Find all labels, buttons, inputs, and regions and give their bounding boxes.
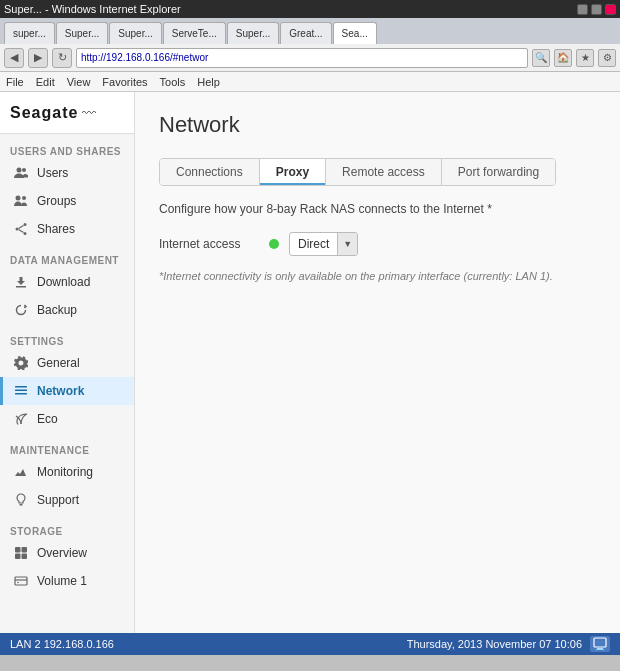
address-text: http://192.168.0.166/#networ bbox=[81, 52, 523, 63]
home-icon[interactable]: 🏠 bbox=[554, 49, 572, 67]
sidebar-item-shares[interactable]: Shares bbox=[0, 215, 134, 243]
nav-bar: ◀ ▶ ↻ http://192.168.0.166/#networ 🔍 🏠 ★… bbox=[0, 44, 620, 72]
app-container: Seagate 〰 USERS AND SHARES Users Groups … bbox=[0, 92, 620, 633]
network-tabs: Connections Proxy Remote access Port for… bbox=[159, 158, 556, 186]
browser-tab-1[interactable]: Super... bbox=[56, 22, 108, 44]
download-icon bbox=[13, 274, 29, 290]
svg-rect-22 bbox=[597, 648, 603, 649]
svg-line-8 bbox=[19, 230, 24, 233]
sidebar-label-backup: Backup bbox=[37, 303, 77, 317]
network-icon bbox=[13, 383, 29, 399]
logo-text: Seagate bbox=[10, 104, 78, 122]
sidebar-item-general[interactable]: General bbox=[0, 349, 134, 377]
svg-rect-9 bbox=[16, 286, 26, 288]
internet-access-row: Internet access Direct ▼ bbox=[159, 232, 596, 256]
browser-tab-4[interactable]: Super... bbox=[227, 22, 279, 44]
svg-rect-13 bbox=[20, 504, 23, 506]
svg-point-3 bbox=[22, 196, 26, 200]
volume1-icon bbox=[13, 573, 29, 589]
svg-rect-16 bbox=[15, 554, 21, 560]
sidebar-label-support: Support bbox=[37, 493, 79, 507]
status-left: LAN 2 192.168.0.166 bbox=[10, 638, 114, 650]
tab-port-forwarding[interactable]: Port forwarding bbox=[442, 159, 555, 185]
forward-button[interactable]: ▶ bbox=[28, 48, 48, 68]
internet-access-select[interactable]: Direct ▼ bbox=[289, 232, 358, 256]
tools-icon[interactable]: ⚙ bbox=[598, 49, 616, 67]
proxy-description: Configure how your 8-bay Rack NAS connec… bbox=[159, 202, 596, 216]
select-value: Direct bbox=[290, 237, 337, 251]
monitoring-icon bbox=[13, 464, 29, 480]
browser-tabs: super... Super... Super... ServeTe... Su… bbox=[0, 18, 620, 44]
status-dot-connected bbox=[269, 239, 279, 249]
internet-access-label: Internet access bbox=[159, 237, 259, 251]
sidebar-label-overview: Overview bbox=[37, 546, 87, 560]
svg-point-20 bbox=[17, 582, 19, 584]
tab-proxy[interactable]: Proxy bbox=[260, 159, 326, 185]
menu-help[interactable]: Help bbox=[197, 76, 220, 88]
backup-icon bbox=[13, 302, 29, 318]
sidebar-logo: Seagate 〰 bbox=[0, 92, 134, 134]
sidebar-label-eco: Eco bbox=[37, 412, 58, 426]
favorites-icon[interactable]: ★ bbox=[576, 49, 594, 67]
sidebar-item-overview[interactable]: Overview bbox=[0, 539, 134, 567]
sidebar-label-shares: Shares bbox=[37, 222, 75, 236]
svg-rect-17 bbox=[22, 554, 28, 560]
main-content: Network Connections Proxy Remote access … bbox=[135, 92, 620, 633]
groups-icon bbox=[13, 193, 29, 209]
browser-tab-0[interactable]: super... bbox=[4, 22, 55, 44]
sidebar-item-groups[interactable]: Groups bbox=[0, 187, 134, 215]
sidebar-label-users: Users bbox=[37, 166, 68, 180]
refresh-button[interactable]: ↻ bbox=[52, 48, 72, 68]
browser-tab-6[interactable]: Sea... bbox=[333, 22, 377, 44]
menu-favorites[interactable]: Favorites bbox=[102, 76, 147, 88]
browser-chrome: Super... - Windows Internet Explorer sup… bbox=[0, 0, 620, 92]
sidebar-item-support[interactable]: Support bbox=[0, 486, 134, 514]
sidebar-label-general: General bbox=[37, 356, 80, 370]
svg-point-2 bbox=[16, 196, 21, 201]
sidebar-label-monitoring: Monitoring bbox=[37, 465, 93, 479]
browser-tab-3[interactable]: ServeTe... bbox=[163, 22, 226, 44]
sidebar-item-volume1[interactable]: Volume 1 bbox=[0, 567, 134, 595]
browser-tab-5[interactable]: Great... bbox=[280, 22, 331, 44]
browser-tab-2[interactable]: Super... bbox=[109, 22, 161, 44]
select-arrow-icon: ▼ bbox=[337, 233, 357, 255]
menu-edit[interactable]: Edit bbox=[36, 76, 55, 88]
svg-rect-15 bbox=[22, 547, 28, 553]
close-button[interactable] bbox=[605, 4, 616, 15]
address-bar[interactable]: http://192.168.0.166/#networ bbox=[76, 48, 528, 68]
section-data-management: DATA MANAGEMENT bbox=[0, 247, 134, 268]
svg-rect-23 bbox=[596, 649, 604, 650]
support-icon bbox=[13, 492, 29, 508]
tab-remote-access[interactable]: Remote access bbox=[326, 159, 442, 185]
sidebar-item-users[interactable]: Users bbox=[0, 159, 134, 187]
back-button[interactable]: ◀ bbox=[4, 48, 24, 68]
shares-icon bbox=[13, 221, 29, 237]
menu-view[interactable]: View bbox=[67, 76, 91, 88]
status-bar: LAN 2 192.168.0.166 Thursday, 2013 Novem… bbox=[0, 633, 620, 655]
window-controls bbox=[577, 4, 616, 15]
page-title: Network bbox=[159, 112, 596, 138]
sidebar-item-network[interactable]: Network bbox=[0, 377, 134, 405]
sidebar-label-volume1: Volume 1 bbox=[37, 574, 87, 588]
svg-rect-21 bbox=[594, 638, 606, 647]
svg-point-1 bbox=[22, 168, 26, 172]
svg-rect-10 bbox=[15, 386, 27, 388]
tab-connections[interactable]: Connections bbox=[160, 159, 260, 185]
sidebar-item-download[interactable]: Download bbox=[0, 268, 134, 296]
sidebar-label-network: Network bbox=[37, 384, 84, 398]
sidebar-item-backup[interactable]: Backup bbox=[0, 296, 134, 324]
menu-file[interactable]: File bbox=[6, 76, 24, 88]
svg-rect-18 bbox=[15, 577, 27, 585]
sidebar-item-eco[interactable]: Eco bbox=[0, 405, 134, 433]
svg-point-4 bbox=[24, 223, 27, 226]
section-settings: SETTINGS bbox=[0, 328, 134, 349]
sidebar-item-monitoring[interactable]: Monitoring bbox=[0, 458, 134, 486]
search-icon[interactable]: 🔍 bbox=[532, 49, 550, 67]
menu-tools[interactable]: Tools bbox=[160, 76, 186, 88]
svg-line-7 bbox=[19, 226, 24, 229]
minimize-button[interactable] bbox=[577, 4, 588, 15]
status-right: Thursday, 2013 November 07 10:06 bbox=[407, 638, 582, 650]
svg-point-5 bbox=[16, 228, 19, 231]
maximize-button[interactable] bbox=[591, 4, 602, 15]
general-icon bbox=[13, 355, 29, 371]
